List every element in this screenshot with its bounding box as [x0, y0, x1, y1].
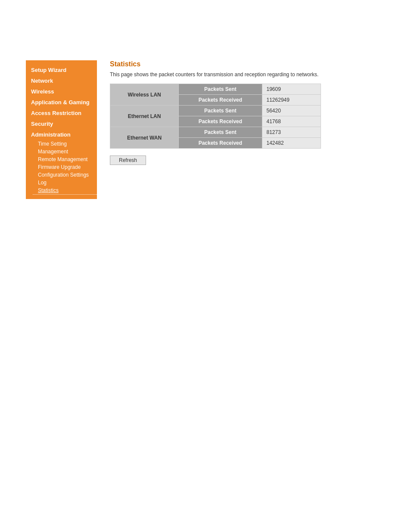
sidebar-item-security[interactable]: Security: [26, 118, 97, 129]
wireless-packets-sent-label: Packets Sent: [179, 84, 262, 95]
statistics-table: Wireless LAN Packets Sent 19609 Packets …: [110, 84, 321, 149]
ethernet-lan-packets-received-label: Packets Received: [179, 116, 262, 127]
table-row: Ethernet WAN Packets Sent 81273: [110, 127, 321, 138]
sidebar-subitem-log[interactable]: Log: [33, 179, 97, 187]
wireless-lan-label: Wireless LAN: [110, 84, 179, 106]
ethernet-wan-packets-received-value: 142482: [262, 138, 321, 149]
main-content: Statistics This page shows the packet co…: [110, 60, 385, 199]
wireless-packets-sent-value: 19609: [262, 84, 321, 95]
ethernet-lan-label: Ethernet LAN: [110, 106, 179, 127]
sidebar-subitem-remote-management[interactable]: Remote Management: [33, 156, 97, 163]
ethernet-lan-packets-received-value: 41768: [262, 116, 321, 127]
table-row: Wireless LAN Packets Sent 19609: [110, 84, 321, 95]
sidebar-subitem-statistics[interactable]: Statistics: [33, 187, 97, 195]
sidebar-item-access-restriction[interactable]: Access Restriction: [26, 108, 97, 118]
sidebar-subitem-management[interactable]: Management: [33, 148, 97, 156]
refresh-area: Refresh: [110, 156, 385, 165]
sidebar-item-wireless[interactable]: Wireless: [26, 86, 97, 97]
sidebar-item-application-gaming[interactable]: Application & Gaming: [26, 97, 97, 108]
sidebar: Setup Wizard Network Wireless Applicatio…: [26, 60, 97, 199]
sidebar-subitem-firmware-upgrade[interactable]: Firmware Upgrade: [33, 163, 97, 171]
sidebar-subitem-time-setting[interactable]: Time Setting: [33, 140, 97, 148]
table-row: Ethernet LAN Packets Sent 56420: [110, 106, 321, 116]
page-title: Statistics: [110, 60, 385, 68]
administration-subitems: Time Setting Management Remote Managemen…: [26, 140, 97, 195]
page-description: This page shows the packet counters for …: [110, 72, 385, 78]
ethernet-lan-packets-sent-value: 56420: [262, 106, 321, 116]
ethernet-wan-packets-sent-value: 81273: [262, 127, 321, 138]
ethernet-wan-label: Ethernet WAN: [110, 127, 179, 149]
refresh-button[interactable]: Refresh: [110, 156, 146, 165]
sidebar-item-administration[interactable]: Administration: [26, 129, 97, 140]
sidebar-item-setup-wizard[interactable]: Setup Wizard: [26, 65, 97, 75]
sidebar-item-network[interactable]: Network: [26, 75, 97, 86]
ethernet-wan-packets-sent-label: Packets Sent: [179, 127, 262, 138]
ethernet-wan-packets-received-label: Packets Received: [179, 138, 262, 149]
wireless-packets-received-label: Packets Received: [179, 95, 262, 106]
ethernet-lan-packets-sent-label: Packets Sent: [179, 106, 262, 116]
sidebar-subitem-configuration-settings[interactable]: Configuration Settings: [33, 171, 97, 179]
wireless-packets-received-value: 11262949: [262, 95, 321, 106]
